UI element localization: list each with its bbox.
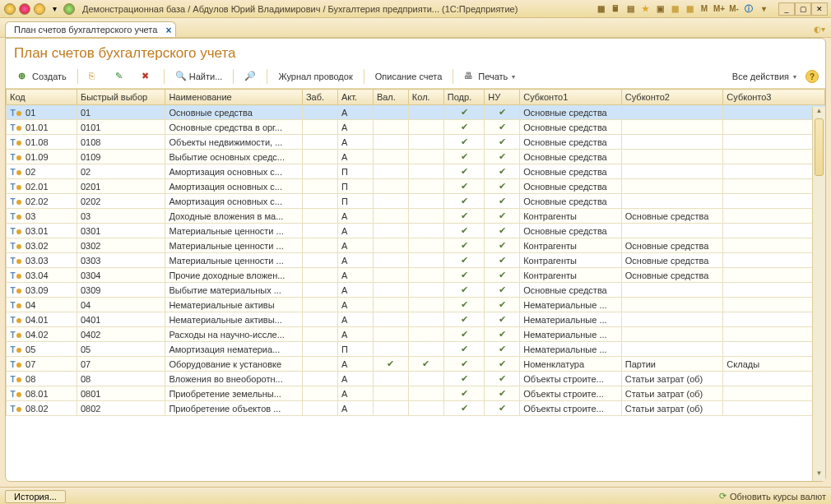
journal-button[interactable]: Журнал проводок xyxy=(272,69,358,84)
col-zab[interactable]: Заб. xyxy=(302,90,337,105)
table-row[interactable]: Т 02.010201Амортизация основных с...П✔✔О… xyxy=(7,179,825,194)
tb-tool3-icon[interactable]: ▤ xyxy=(624,2,637,16)
table-row[interactable]: Т 08.010801Приобретение земельны...А✔✔Об… xyxy=(7,386,825,401)
vertical-scrollbar[interactable]: ▲ ▼ xyxy=(812,107,825,481)
all-actions-button[interactable]: Все действия xyxy=(727,69,802,84)
account-icon: Т xyxy=(10,390,21,399)
col-nu[interactable]: НУ xyxy=(485,90,520,105)
info-dropdown-icon[interactable]: ▾ xyxy=(757,2,770,16)
account-icon: Т xyxy=(10,123,21,132)
account-icon: Т xyxy=(10,375,21,384)
table-row[interactable]: Т 01.080108Объекты недвижимости, ...А✔✔О… xyxy=(7,135,825,150)
account-icon: Т xyxy=(10,138,21,147)
account-description-button[interactable]: Описание счета xyxy=(369,69,448,84)
table-row[interactable]: Т 0101Основные средстваА✔✔Основные средс… xyxy=(7,105,825,120)
tb-tool4-icon[interactable]: ▣ xyxy=(653,2,666,16)
table-row[interactable]: Т 04.010401Нематериальные активы...А✔✔Не… xyxy=(7,312,825,327)
col-podr[interactable]: Подр. xyxy=(443,90,484,105)
tb-m-icon[interactable]: M xyxy=(698,2,711,16)
account-icon: Т xyxy=(10,212,21,221)
tb-tool2-icon[interactable]: 🖩 xyxy=(609,2,622,16)
tb-calendar-icon[interactable]: ▦ xyxy=(683,2,696,16)
help-icon[interactable]: ? xyxy=(805,70,819,83)
refresh-rates-link[interactable]: Обновить курсы валют xyxy=(730,492,826,502)
table-row[interactable]: Т 03.010301Материальные ценности ...А✔✔О… xyxy=(7,224,825,238)
close-button[interactable]: ✕ xyxy=(811,2,828,16)
page-title: План счетов бухгалтерского учета xyxy=(6,39,825,67)
workarea: План счетов бухгалтерского учета ⊕Создат… xyxy=(5,38,826,482)
table-row[interactable]: Т 02.020202Амортизация основных с...П✔✔О… xyxy=(7,194,825,209)
traffic-dropdown-icon[interactable]: ▾ xyxy=(48,2,61,16)
maximize-button[interactable]: ▢ xyxy=(795,2,811,16)
grid: Код Быстрый выбор Наименование Заб. Акт.… xyxy=(6,89,825,481)
account-icon: Т xyxy=(10,242,21,251)
col-code[interactable]: Код xyxy=(7,90,77,105)
account-icon: Т xyxy=(10,227,21,236)
minimize-button[interactable]: _ xyxy=(778,2,795,16)
table-row[interactable]: Т 03.020302Материальные ценности ...А✔✔К… xyxy=(7,238,825,253)
table-row[interactable]: Т 03.090309Выбытие материальных ...А✔✔Ос… xyxy=(7,283,825,298)
create-button[interactable]: ⊕Создать xyxy=(12,68,72,85)
table-row[interactable]: Т 03.040304Прочие доходные вложен...А✔✔К… xyxy=(7,268,825,283)
col-name[interactable]: Наименование xyxy=(165,90,303,105)
table-row[interactable]: Т 04.020402Расходы на научно-иссле...А✔✔… xyxy=(7,327,825,342)
tab-close-icon[interactable]: × xyxy=(165,25,171,36)
col-akt[interactable]: Акт. xyxy=(337,90,373,105)
tab-plan-accounts[interactable]: План счетов бухгалтерского учета × xyxy=(5,21,176,37)
find-button[interactable]: 🔍Найти... xyxy=(169,68,229,85)
table-row[interactable]: Т 03.030303Материальные ценности ...А✔✔К… xyxy=(7,253,825,268)
tb-mminus-icon[interactable]: M- xyxy=(727,2,740,16)
account-icon: Т xyxy=(10,109,21,118)
table-row[interactable]: Т 08.020802Приобретение объектов ...А✔✔О… xyxy=(7,401,825,416)
tb-tool1-icon[interactable]: ▦ xyxy=(594,2,607,16)
account-icon: Т xyxy=(10,345,21,354)
scroll-up-icon[interactable]: ▲ xyxy=(813,107,825,118)
account-icon: Т xyxy=(10,271,21,280)
info-icon[interactable]: ⓘ xyxy=(742,2,755,16)
table-row[interactable]: Т 01.010101Основные средства в орг...А✔✔… xyxy=(7,120,825,135)
print-button[interactable]: 🖶Печать xyxy=(458,68,521,85)
scroll-thumb[interactable] xyxy=(815,118,824,176)
table-row[interactable]: Т 0303Доходные вложения в ма...А✔✔Контра… xyxy=(7,209,825,224)
statusbar: История... ⟳ Обновить курсы валют xyxy=(0,487,831,504)
edit-button[interactable]: ✎ xyxy=(109,68,132,85)
account-icon: Т xyxy=(10,316,21,325)
traffic-red-icon[interactable] xyxy=(18,2,31,16)
history-button[interactable]: История... xyxy=(5,490,66,503)
table-row[interactable]: Т 0505Амортизация нематериа...П✔✔Нематер… xyxy=(7,342,825,357)
tabbar: План счетов бухгалтерского учета × ◐▾ xyxy=(0,18,831,38)
col-s3[interactable]: Субконто3 xyxy=(723,90,825,105)
col-quick[interactable]: Быстрый выбор xyxy=(77,90,165,105)
account-icon: Т xyxy=(10,331,21,340)
window-title: Демонстрационная база / Абдулов Юрий Вла… xyxy=(76,4,594,14)
tab-label: План счетов бухгалтерского учета xyxy=(14,25,157,35)
table-row[interactable]: Т 0404Нематериальные активыА✔✔Нематериал… xyxy=(7,298,825,312)
account-icon: Т xyxy=(10,153,21,162)
delete-button[interactable]: ✖ xyxy=(136,68,159,85)
table-row[interactable]: Т 01.090109Выбытие основных средс...А✔✔О… xyxy=(7,150,825,164)
favorites-icon[interactable]: ★ xyxy=(638,2,652,16)
traffic-green-icon[interactable] xyxy=(63,2,76,16)
traffic-yellow-icon[interactable] xyxy=(33,2,46,16)
account-icon: Т xyxy=(10,360,21,369)
copy-button[interactable]: ⎘ xyxy=(83,68,106,85)
app-logo-icon xyxy=(3,2,16,16)
table-row[interactable]: Т 0808Вложения во внеоборотн...А✔✔Объект… xyxy=(7,372,825,386)
table-row[interactable]: Т 0202Амортизация основных с...П✔✔Основн… xyxy=(7,164,825,179)
account-icon: Т xyxy=(10,286,21,295)
col-kol[interactable]: Кол. xyxy=(408,90,443,105)
col-s1[interactable]: Субконто1 xyxy=(520,90,622,105)
table-row[interactable]: Т 0707Оборудование к установкеА✔✔✔✔Номен… xyxy=(7,357,825,372)
grid-header-row: Код Быстрый выбор Наименование Заб. Акт.… xyxy=(7,90,825,105)
tab-dropdown-icon[interactable]: ◐▾ xyxy=(813,22,826,35)
clear-find-button[interactable]: 🔎 xyxy=(239,68,262,85)
col-val[interactable]: Вал. xyxy=(373,90,408,105)
tb-mplus-icon[interactable]: M+ xyxy=(713,2,726,16)
refresh-rates-icon[interactable]: ⟳ xyxy=(719,491,727,502)
toolbar: ⊕Создать ⎘ ✎ ✖ 🔍Найти... 🔎 Журнал провод… xyxy=(6,67,825,89)
tb-calc-icon[interactable]: ▦ xyxy=(668,2,681,16)
col-s2[interactable]: Субконто2 xyxy=(621,90,723,105)
scroll-down-icon[interactable]: ▼ xyxy=(813,469,825,481)
titlebar: ▾ Демонстрационная база / Абдулов Юрий В… xyxy=(0,0,831,18)
account-icon: Т xyxy=(10,301,21,310)
